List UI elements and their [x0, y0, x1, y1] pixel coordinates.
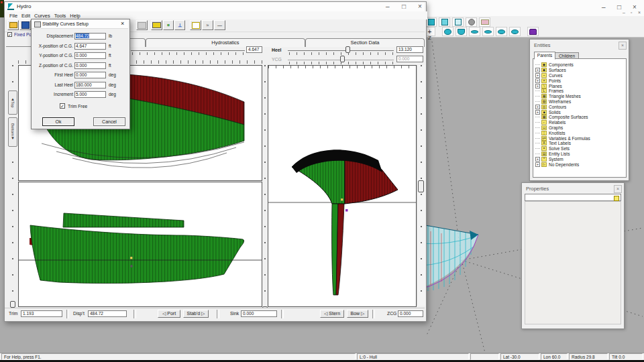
expand-icon[interactable]: +: [535, 157, 540, 162]
profile-view-viewport[interactable]: [18, 182, 262, 307]
wire-cube-icon[interactable]: [452, 17, 464, 27]
stern-button[interactable]: ◁ Stern: [320, 310, 344, 318]
bg-child-minimize-button[interactable]: –: [623, 10, 625, 15]
port-button[interactable]: ◁ Port: [158, 310, 180, 318]
ycg-field[interactable]: 0.000: [74, 52, 106, 59]
expand-icon[interactable]: +: [535, 73, 540, 78]
menu-file[interactable]: File: [7, 13, 19, 19]
menu-tools[interactable]: Tools: [52, 13, 68, 19]
view-port-icon[interactable]: [496, 27, 507, 36]
curve-plot-button[interactable]: ≈: [202, 20, 213, 30]
heel-axis-button[interactable]: ⊥: [174, 20, 185, 30]
edit-values-button[interactable]: [190, 20, 201, 30]
entities-tab-parents[interactable]: Parents: [534, 52, 555, 60]
tab-hydrostatics[interactable]: Hydrostatics: [146, 38, 305, 47]
right-scrollbar-thumb[interactable]: [418, 180, 424, 192]
tree-item-wireframes[interactable]: ▨Wireframes: [533, 99, 626, 105]
sphere-icon[interactable]: [466, 17, 477, 27]
displacement-field[interactable]: 484.72: [74, 33, 106, 40]
hydro-titlebar[interactable]: [5, 2, 425, 12]
last-heel-field[interactable]: 180.000: [74, 82, 106, 88]
expand-icon[interactable]: +: [535, 110, 540, 115]
heel-slider-track[interactable]: [288, 50, 394, 51]
tree-item-points[interactable]: +×Points: [533, 78, 626, 83]
zcg-field[interactable]: 0.000: [74, 62, 106, 69]
scroll-bottom-button[interactable]: Bottom▼: [8, 117, 17, 147]
menu-help[interactable]: Help: [68, 13, 82, 19]
waterline-button[interactable]: —: [214, 20, 225, 30]
body-view-viewport[interactable]: [268, 65, 417, 307]
left-bottom-slider-thumb[interactable]: [10, 301, 15, 308]
tree-item-triangle-meshes[interactable]: ▦Triangle Meshes: [533, 94, 626, 99]
zcg-value-box[interactable]: 0.000: [398, 310, 423, 317]
menu-curves[interactable]: Curves: [32, 13, 52, 19]
starboard-button[interactable]: Stab'd ▷: [183, 310, 209, 318]
tree-item-variables-formulas[interactable]: x=Variables & Formulas: [533, 135, 626, 141]
expand-icon[interactable]: +: [535, 68, 540, 72]
bg-child-close-button[interactable]: ×: [638, 10, 641, 15]
tree-item-components[interactable]: ◉Components: [533, 62, 626, 68]
bg-child-restore-button[interactable]: ▫: [631, 10, 632, 15]
bow-button[interactable]: Bow ▷: [347, 310, 368, 318]
view-perspective-icon[interactable]: [527, 27, 539, 36]
trim-value-box[interactable]: 1.193: [21, 310, 62, 317]
tree-item-planes[interactable]: +\Planes: [533, 83, 626, 88]
bg-close-button[interactable]: ×: [633, 4, 637, 11]
tree-item-solids[interactable]: +■Solids: [533, 109, 626, 115]
filter-icon[interactable]: [614, 196, 619, 201]
tree-item-system[interactable]: +*System: [533, 156, 626, 162]
print-button[interactable]: [136, 20, 148, 30]
ok-button[interactable]: Ok: [42, 117, 74, 126]
hydro-close-button[interactable]: ×: [418, 3, 422, 10]
tree-item-curves[interactable]: +~Curves: [533, 73, 626, 78]
sink-value-box[interactable]: 0.000: [241, 310, 277, 317]
properties-selector[interactable]: [525, 194, 621, 201]
hydro-minimize-button[interactable]: –: [386, 3, 390, 10]
report-button[interactable]: [151, 20, 162, 30]
displacement-value-box[interactable]: 484.72: [88, 310, 127, 317]
open-file-button[interactable]: [7, 20, 19, 30]
tree-item-relabels[interactable]: ⌐Relabels: [533, 120, 626, 125]
tree-item-no-dependents[interactable]: +▷No Dependents: [533, 162, 626, 167]
view-top-icon[interactable]: [442, 27, 453, 36]
view-stbd-icon[interactable]: [509, 27, 521, 36]
expand-icon[interactable]: +: [535, 84, 540, 88]
entities-close-icon[interactable]: ×: [619, 42, 627, 50]
xcg-field[interactable]: 4.647: [74, 43, 106, 50]
scroll-top-button[interactable]: ▲Top: [8, 90, 17, 115]
trim-free-control[interactable]: ✓ Trim Free: [60, 103, 87, 109]
tree-item-contours[interactable]: +◎Contours: [533, 104, 626, 109]
properties-close-icon[interactable]: ×: [614, 185, 622, 193]
note-icon[interactable]: [479, 17, 490, 27]
view-front-icon[interactable]: [469, 27, 480, 36]
heel-value-box[interactable]: 13.120: [396, 46, 423, 53]
trim-free-checkbox[interactable]: ✓: [60, 103, 65, 109]
hydro-marks-button[interactable]: ¤: [163, 20, 174, 30]
save-button[interactable]: [19, 20, 31, 30]
tree-item-graphs[interactable]: ▭Graphs: [533, 125, 626, 131]
shaded-cube-icon[interactable]: [439, 17, 450, 27]
expand-icon[interactable]: +: [535, 162, 540, 167]
view-back-icon[interactable]: [482, 27, 494, 36]
right-scrollbar[interactable]: [417, 65, 425, 306]
expand-icon[interactable]: +: [535, 78, 540, 83]
cancel-button[interactable]: Cancel: [93, 117, 125, 126]
tree-item-surfaces[interactable]: +◆Surfaces: [533, 68, 626, 73]
first-heel-field[interactable]: 0.000: [74, 72, 106, 78]
tree-item-text-labels[interactable]: AText Labels: [533, 141, 626, 146]
increment-field[interactable]: 5.000: [74, 91, 106, 98]
bg-minimize-button[interactable]: –: [602, 4, 606, 11]
expand-icon[interactable]: +: [535, 105, 540, 109]
hydro-maximize-button[interactable]: □: [402, 3, 406, 10]
dialog-close-icon[interactable]: ×: [121, 21, 124, 27]
pane-divider[interactable]: [262, 65, 268, 306]
tree-item-solve-sets[interactable]: =Solve Sets: [533, 146, 626, 152]
view-bottom-icon[interactable]: [455, 27, 467, 36]
bg-maximize-button[interactable]: □: [617, 4, 621, 11]
tree-item-composite-surfaces[interactable]: ▩Composite Surfaces: [533, 115, 626, 120]
tree-item-knotlists[interactable]: ¦Knotlists: [533, 130, 626, 135]
ycg-value-box[interactable]: 0.000: [396, 56, 423, 62]
menu-edit[interactable]: Edit: [19, 13, 32, 19]
tree-item-entity-lists[interactable]: ▤Entity Lists: [533, 152, 626, 157]
fixed-position-checkbox[interactable]: ✓: [7, 32, 12, 37]
